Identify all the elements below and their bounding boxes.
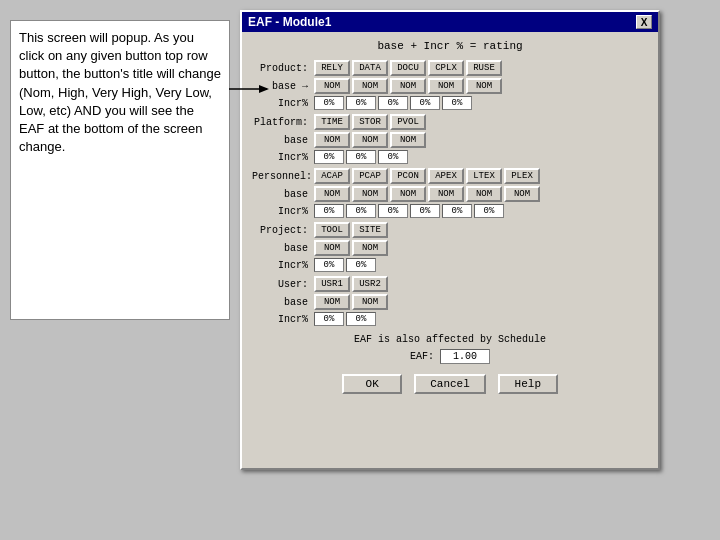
personnel-acap-incr[interactable] (314, 204, 344, 218)
eaf-dialog: EAF - Module1 X base + Incr % = rating P… (240, 10, 660, 470)
project-site-incr[interactable] (346, 258, 376, 272)
personnel-label: Personnel: (252, 171, 312, 182)
personnel-acap-base[interactable]: NOM (314, 186, 350, 202)
product-cplx-incr[interactable] (410, 96, 440, 110)
user-col-header-row: User: USR1 USR2 (252, 276, 648, 292)
personnel-pcon-incr[interactable] (378, 204, 408, 218)
user-usr2-btn[interactable]: USR2 (352, 276, 388, 292)
platform-stor-base[interactable]: NOM (352, 132, 388, 148)
product-data-btn[interactable]: DATA (352, 60, 388, 76)
dialog-buttons: OK Cancel Help (252, 374, 648, 402)
personnel-pcon-base[interactable]: NOM (390, 186, 426, 202)
project-incr-label: Incr% (252, 260, 312, 271)
product-rely-btn[interactable]: RELY (314, 60, 350, 76)
platform-pvol-base[interactable]: NOM (390, 132, 426, 148)
personnel-plex-btn[interactable]: PLEX (504, 168, 540, 184)
user-base-row: base NOM NOM (252, 294, 648, 310)
project-section: Project: TOOL SITE base NOM NOM Incr% (252, 222, 648, 272)
product-data-incr[interactable] (346, 96, 376, 110)
ok-button[interactable]: OK (342, 374, 402, 394)
user-incr-row: Incr% (252, 312, 648, 326)
user-usr1-base[interactable]: NOM (314, 294, 350, 310)
personnel-col-header-row: Personnel: ACAP PCAP PCON APEX LTEX PLEX (252, 168, 648, 184)
user-usr2-base[interactable]: NOM (352, 294, 388, 310)
user-usr2-incr[interactable] (346, 312, 376, 326)
project-incr-row: Incr% (252, 258, 648, 272)
platform-time-incr[interactable] (314, 150, 344, 164)
product-label: Product: (252, 63, 312, 74)
project-site-btn[interactable]: SITE (352, 222, 388, 238)
platform-base-label: base (252, 135, 312, 146)
project-site-base[interactable]: NOM (352, 240, 388, 256)
product-base-row: base → NOM NOM NOM NOM NOM (252, 78, 648, 94)
product-data-base[interactable]: NOM (352, 78, 388, 94)
eaf-footer: EAF is also affected by Schedule EAF: (252, 334, 648, 364)
product-incr-label: Incr% (252, 98, 312, 109)
svg-marker-1 (259, 85, 269, 93)
platform-stor-btn[interactable]: STOR (352, 114, 388, 130)
personnel-pcap-incr[interactable] (346, 204, 376, 218)
user-usr1-incr[interactable] (314, 312, 344, 326)
personnel-base-row: base NOM NOM NOM NOM NOM NOM (252, 186, 648, 202)
platform-pvol-incr[interactable] (378, 150, 408, 164)
platform-pvol-btn[interactable]: PVOL (390, 114, 426, 130)
dialog-title: EAF - Module1 (248, 15, 331, 29)
product-ruse-btn[interactable]: RUSE (466, 60, 502, 76)
personnel-ltex-btn[interactable]: LTEX (466, 168, 502, 184)
platform-incr-label: Incr% (252, 152, 312, 163)
project-tool-incr[interactable] (314, 258, 344, 272)
project-tool-base[interactable]: NOM (314, 240, 350, 256)
user-usr1-btn[interactable]: USR1 (314, 276, 350, 292)
product-ruse-base[interactable]: NOM (466, 78, 502, 94)
user-incr-label: Incr% (252, 314, 312, 325)
user-section: User: USR1 USR2 base NOM NOM Incr% (252, 276, 648, 326)
personnel-plex-base[interactable]: NOM (504, 186, 540, 202)
product-docu-incr[interactable] (378, 96, 408, 110)
product-ruse-incr[interactable] (442, 96, 472, 110)
personnel-section: Personnel: ACAP PCAP PCON APEX LTEX PLEX… (252, 168, 648, 218)
personnel-pcap-base[interactable]: NOM (352, 186, 388, 202)
personnel-ltex-base[interactable]: NOM (466, 186, 502, 202)
product-rely-base[interactable]: NOM (314, 78, 350, 94)
project-base-row: base NOM NOM (252, 240, 648, 256)
product-rely-incr[interactable] (314, 96, 344, 110)
platform-incr-row: Incr% (252, 150, 648, 164)
personnel-incr-label: Incr% (252, 206, 312, 217)
personnel-ltex-incr[interactable] (442, 204, 472, 218)
personnel-pcon-btn[interactable]: PCON (390, 168, 426, 184)
dialog-content: base + Incr % = rating Product: RELY DAT… (242, 32, 658, 410)
tooltip-text: This screen will popup. As you click on … (19, 30, 221, 154)
user-label: User: (252, 279, 312, 290)
project-col-header-row: Project: TOOL SITE (252, 222, 648, 238)
header-row: base + Incr % = rating (252, 40, 648, 52)
eaf-input[interactable] (440, 349, 490, 364)
dialog-titlebar: EAF - Module1 X (242, 12, 658, 32)
eaf-value-row: EAF: (252, 349, 648, 364)
product-docu-base[interactable]: NOM (390, 78, 426, 94)
product-docu-btn[interactable]: DOCU (390, 60, 426, 76)
personnel-apex-base[interactable]: NOM (428, 186, 464, 202)
arrow-icon (229, 81, 269, 97)
project-tool-btn[interactable]: TOOL (314, 222, 350, 238)
personnel-incr-row: Incr% (252, 204, 648, 218)
platform-time-btn[interactable]: TIME (314, 114, 350, 130)
product-cplx-base[interactable]: NOM (428, 78, 464, 94)
personnel-pcap-btn[interactable]: PCAP (352, 168, 388, 184)
product-cplx-btn[interactable]: CPLX (428, 60, 464, 76)
cancel-button[interactable]: Cancel (414, 374, 486, 394)
product-section: Product: RELY DATA DOCU CPLX RUSE base →… (252, 60, 648, 110)
platform-stor-incr[interactable] (346, 150, 376, 164)
personnel-apex-incr[interactable] (410, 204, 440, 218)
eaf-footer-text: EAF is also affected by Schedule (354, 334, 546, 345)
personnel-plex-incr[interactable] (474, 204, 504, 218)
platform-base-row: base NOM NOM NOM (252, 132, 648, 148)
close-button[interactable]: X (636, 15, 652, 29)
product-col-header-row: Product: RELY DATA DOCU CPLX RUSE (252, 60, 648, 76)
tooltip-box: This screen will popup. As you click on … (10, 20, 230, 320)
personnel-acap-btn[interactable]: ACAP (314, 168, 350, 184)
eaf-label: EAF: (410, 351, 434, 362)
platform-time-base[interactable]: NOM (314, 132, 350, 148)
product-incr-row: Incr% (252, 96, 648, 110)
help-button[interactable]: Help (498, 374, 558, 394)
personnel-apex-btn[interactable]: APEX (428, 168, 464, 184)
